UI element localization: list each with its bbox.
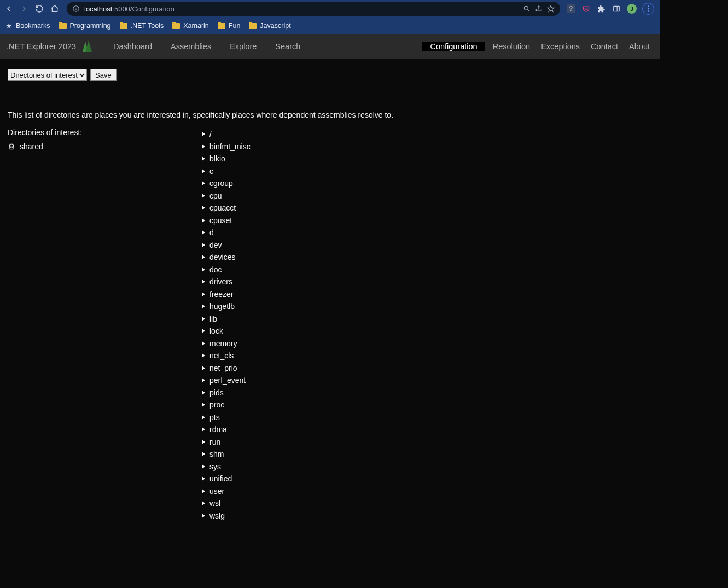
bookmark-item[interactable]: Javascript: [249, 22, 290, 30]
tree-node[interactable]: c: [202, 165, 251, 178]
tree-node[interactable]: lock: [202, 325, 251, 337]
nav-about[interactable]: About: [626, 42, 653, 51]
tree-node[interactable]: net_prio: [202, 362, 251, 375]
bookmark-item[interactable]: Fun: [218, 22, 241, 30]
address-bar[interactable]: localhost:5000/Configuration: [67, 2, 560, 16]
tree-node[interactable]: drivers: [202, 276, 251, 288]
zoom-icon[interactable]: [523, 5, 531, 13]
tree-node[interactable]: shm: [202, 448, 251, 461]
expand-icon[interactable]: [202, 440, 205, 444]
tree-node[interactable]: proc: [202, 399, 251, 411]
expand-icon[interactable]: [202, 464, 205, 469]
tree-node[interactable]: binfmt_misc: [202, 141, 251, 153]
bookmark-label: .NET Tools: [131, 22, 164, 30]
reload-icon[interactable]: [34, 3, 45, 14]
expand-icon[interactable]: [202, 489, 205, 493]
tree-node[interactable]: unified: [202, 473, 251, 485]
tree-node[interactable]: wsl: [202, 497, 251, 510]
tree-node[interactable]: lib: [202, 313, 251, 325]
tree-node[interactable]: freezer: [202, 288, 251, 301]
nav-explore[interactable]: Explore: [226, 42, 260, 51]
bookmark-star-icon[interactable]: [547, 5, 555, 13]
share-icon[interactable]: [535, 5, 543, 13]
expand-icon[interactable]: [202, 132, 205, 136]
expand-icon[interactable]: [202, 292, 205, 296]
expand-icon[interactable]: [202, 206, 205, 210]
expand-icon[interactable]: [202, 366, 205, 370]
tree-node[interactable]: doc: [202, 264, 251, 276]
nav-exceptions[interactable]: Exceptions: [538, 42, 583, 51]
nav-contact[interactable]: Contact: [587, 42, 621, 51]
tree-node[interactable]: hugetlb: [202, 300, 251, 313]
home-icon[interactable]: [49, 3, 60, 14]
trash-icon[interactable]: [8, 143, 15, 150]
expand-icon[interactable]: [202, 181, 205, 185]
nav-dashboard[interactable]: Dashboard: [110, 42, 155, 51]
expand-icon[interactable]: [202, 427, 205, 432]
panel-icon[interactable]: [611, 4, 621, 14]
tree-node[interactable]: cpuset: [202, 214, 251, 227]
expand-icon[interactable]: [202, 403, 205, 407]
tree-node[interactable]: pts: [202, 411, 251, 424]
forward-icon[interactable]: [19, 3, 30, 14]
expand-icon[interactable]: [202, 267, 205, 272]
save-button[interactable]: Save: [90, 69, 117, 81]
expand-icon[interactable]: [202, 156, 205, 161]
tree-node[interactable]: cpuacct: [202, 202, 251, 214]
expand-icon[interactable]: [202, 194, 205, 198]
tree-node[interactable]: sys: [202, 461, 251, 473]
nav-configuration[interactable]: Configuration: [422, 42, 485, 51]
tree-node[interactable]: cpu: [202, 190, 251, 202]
tree-node[interactable]: cgroup: [202, 177, 251, 190]
tree-node[interactable]: wslg: [202, 510, 251, 522]
nav-search[interactable]: Search: [272, 42, 304, 51]
expand-icon[interactable]: [202, 304, 205, 308]
app-brand[interactable]: .NET Explorer 2023: [7, 40, 94, 53]
nav-resolution[interactable]: Resolution: [490, 42, 534, 51]
tree-node[interactable]: dev: [202, 239, 251, 252]
bookmark-item[interactable]: Xamarin: [172, 22, 209, 30]
tree-node[interactable]: rdma: [202, 423, 251, 436]
expand-icon[interactable]: [202, 476, 205, 481]
expand-icon[interactable]: [202, 329, 205, 333]
expand-icon[interactable]: [202, 378, 205, 382]
tree-node[interactable]: pids: [202, 387, 251, 399]
nav-assemblies[interactable]: Assemblies: [167, 42, 214, 51]
expand-icon[interactable]: [202, 230, 205, 235]
expand-icon[interactable]: [202, 255, 205, 259]
bookmark-item[interactable]: ★Bookmarks: [5, 22, 50, 30]
expand-icon[interactable]: [202, 317, 205, 321]
expand-icon[interactable]: [202, 415, 205, 420]
tree-node[interactable]: perf_event: [202, 374, 251, 387]
tree-node[interactable]: d: [202, 226, 251, 239]
expand-icon[interactable]: [202, 280, 205, 284]
tree-node[interactable]: memory: [202, 337, 251, 350]
expand-icon[interactable]: [202, 452, 205, 456]
expand-icon[interactable]: [202, 243, 205, 247]
expand-icon[interactable]: [202, 218, 205, 223]
tree-node[interactable]: blkio: [202, 153, 251, 165]
help-icon[interactable]: ?: [567, 4, 575, 13]
tree-node[interactable]: devices: [202, 251, 251, 264]
tree-node[interactable]: run: [202, 436, 251, 449]
site-info-icon[interactable]: [72, 5, 80, 13]
expand-icon[interactable]: [202, 514, 205, 518]
expand-icon[interactable]: [202, 144, 205, 149]
tree-node[interactable]: /: [202, 128, 251, 141]
expand-icon[interactable]: [202, 341, 205, 346]
extensions-icon[interactable]: [596, 4, 606, 14]
tree-node-label: sys: [209, 461, 221, 473]
config-section-select[interactable]: Directories of interest: [8, 69, 87, 81]
browser-menu-icon[interactable]: [642, 3, 654, 15]
bookmark-item[interactable]: .NET Tools: [120, 22, 164, 30]
pocket-icon[interactable]: [581, 4, 591, 14]
tree-node[interactable]: user: [202, 485, 251, 498]
tree-node[interactable]: net_cls: [202, 350, 251, 362]
profile-avatar[interactable]: J: [627, 4, 637, 14]
expand-icon[interactable]: [202, 391, 205, 395]
expand-icon[interactable]: [202, 353, 205, 358]
back-icon[interactable]: [3, 3, 14, 14]
expand-icon[interactable]: [202, 169, 205, 173]
expand-icon[interactable]: [202, 501, 205, 505]
bookmark-item[interactable]: Programming: [59, 22, 111, 30]
